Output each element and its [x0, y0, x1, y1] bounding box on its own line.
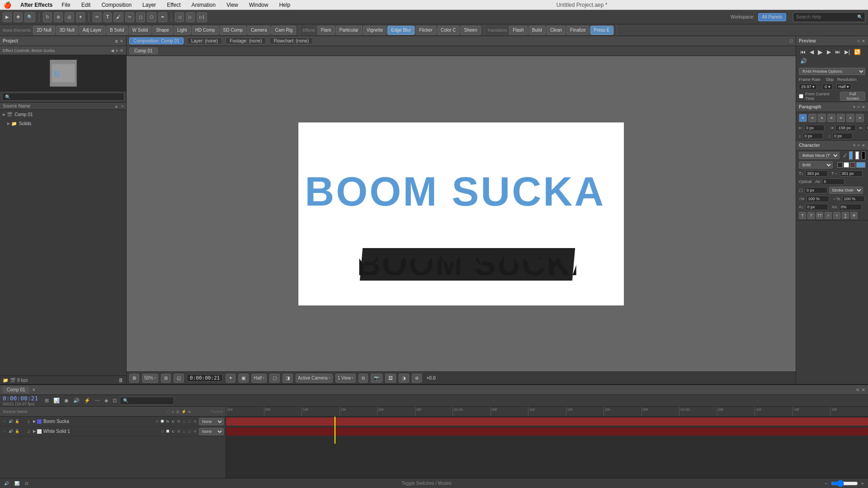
- viewer-reset-btn[interactable]: ⊠: [129, 374, 139, 383]
- char-fmt-sup-btn[interactable]: T: [825, 212, 832, 219]
- para-indent-left-input[interactable]: [804, 125, 825, 131]
- preview-fps-value[interactable]: 29.97 ▾: [799, 84, 817, 90]
- preview-loop-btn[interactable]: 🔁: [853, 48, 862, 56]
- layer1-audio-icon[interactable]: 🔊: [8, 419, 14, 424]
- char-size-v-input[interactable]: [805, 170, 828, 177]
- toolbar-prev-frame[interactable]: ◁: [175, 12, 184, 22]
- viewer-alpha-btn[interactable]: ◨: [283, 374, 293, 383]
- tl-bottom-zoom-in[interactable]: +: [860, 480, 865, 487]
- project-item-comp01[interactable]: ▶ 🎬 Comp 01: [0, 110, 126, 119]
- toolbar-puppet[interactable]: ✒: [158, 12, 167, 22]
- menu-composition[interactable]: Composition: [99, 1, 133, 9]
- menu-file[interactable]: File: [60, 1, 72, 9]
- effect-sd-comp[interactable]: SD Comp: [220, 26, 246, 35]
- effect-particular[interactable]: Particular: [336, 26, 362, 35]
- paragraph-panel-menu-icon[interactable]: ≡: [857, 104, 860, 109]
- color-depth-label[interactable]: 8 bpc: [17, 378, 28, 383]
- layer1-sw1[interactable]: ◎: [155, 419, 159, 423]
- char-scale-v-input[interactable]: [807, 196, 829, 202]
- layer1-sw4[interactable]: ✿: [176, 419, 181, 423]
- preview-last-frame-btn[interactable]: ⏭: [834, 48, 842, 56]
- effect-flicker[interactable]: Flicker: [415, 26, 436, 35]
- layer-row-1[interactable]: ○ 🔊 🔓 1 ▶ Boom Sucka ◎ 🔲 fx ◐ ✿ △ ◻ ⊕: [0, 417, 226, 427]
- camera-dropdown[interactable]: Active Camera ▾: [296, 374, 333, 383]
- project-search-input[interactable]: [2, 93, 124, 101]
- tl-solo-btn[interactable]: ◉: [63, 397, 70, 404]
- preview-from-current-checkbox[interactable]: [799, 94, 803, 99]
- toolbar-camera[interactable]: ⊕: [54, 12, 63, 22]
- layer1-color[interactable]: [37, 419, 42, 424]
- para-justify-right-btn[interactable]: ≡: [846, 114, 854, 122]
- effect-b-solid[interactable]: B Solid: [106, 26, 128, 35]
- layer1-lock-icon[interactable]: 🔓: [14, 419, 20, 424]
- effect-color-c[interactable]: Color C: [437, 26, 460, 35]
- preview-skip-value[interactable]: 0 ▾: [822, 84, 833, 90]
- preview-panel-menu-icon[interactable]: ≡: [857, 38, 860, 43]
- layer1-sw6[interactable]: ◻: [187, 419, 192, 423]
- effect-vignette[interactable]: Vignette: [363, 26, 387, 35]
- effect-w-solid[interactable]: W Solid: [129, 26, 151, 35]
- tl-bottom-graph-btn[interactable]: 📊: [13, 481, 21, 486]
- viewer-color-mgmt-btn[interactable]: ⊛: [412, 374, 422, 383]
- effect-light[interactable]: Light: [174, 26, 191, 35]
- viewer-snap-btn[interactable]: ✦: [226, 374, 236, 383]
- effect-sheen[interactable]: Sheen: [461, 26, 481, 35]
- paragraph-panel-expand-icon[interactable]: ▾: [853, 104, 855, 109]
- viewer-exposure-btn[interactable]: ◑: [399, 374, 409, 383]
- toolbar-clone[interactable]: ✂: [125, 12, 134, 22]
- effect-shape[interactable]: Shape: [152, 26, 173, 35]
- menu-animation[interactable]: Animation: [190, 1, 217, 9]
- para-justify-btn[interactable]: ≡: [827, 114, 835, 122]
- para-indent-right2-input[interactable]: [865, 125, 868, 131]
- track-bar-1[interactable]: [226, 418, 868, 426]
- effect-ctrl-icon1[interactable]: ◀: [111, 48, 114, 53]
- effect-ctrl-icon3[interactable]: ✕: [120, 48, 123, 53]
- toolbar-brush[interactable]: 🖌: [113, 12, 123, 22]
- char-panel-expand-icon[interactable]: ▾: [853, 143, 855, 148]
- preview-res-value[interactable]: Half ▾: [836, 84, 852, 90]
- layer2-sw3[interactable]: ◐: [171, 429, 175, 433]
- project-panel-options-icon[interactable]: ≡: [115, 38, 118, 44]
- tl-draft-btn[interactable]: ◈: [103, 397, 109, 404]
- timeline-panel-expand[interactable]: ✕: [32, 388, 36, 392]
- effect-edge-blur[interactable]: Edge Blur: [387, 26, 415, 35]
- viewer-safe-btn[interactable]: ◱: [174, 374, 184, 383]
- char-swatch-black[interactable]: [837, 162, 843, 168]
- layer2-sw2[interactable]: 🔲: [165, 429, 170, 433]
- effect-2d-null[interactable]: 2D Null: [33, 26, 55, 35]
- layer1-solo-icon[interactable]: ○: [2, 419, 7, 424]
- resolution-dropdown[interactable]: Half ▾: [251, 374, 267, 383]
- para-indent-right-input[interactable]: [835, 125, 856, 131]
- effect-clean[interactable]: Clean: [547, 26, 566, 35]
- preview-panel-close-icon[interactable]: ✕: [862, 39, 865, 43]
- char-fmt-caps-btn[interactable]: TT: [816, 212, 823, 219]
- track-bar-2[interactable]: [226, 427, 868, 436]
- char-style-select[interactable]: Bold: [799, 161, 833, 169]
- para-align-right-btn[interactable]: ≡: [818, 114, 826, 122]
- para-space-before-input[interactable]: [803, 133, 823, 139]
- tl-motion-btn[interactable]: 〰: [94, 398, 101, 404]
- layer2-sw5[interactable]: △: [182, 429, 186, 433]
- solids-expand-arrow[interactable]: ▶: [7, 122, 10, 126]
- effect-finalize[interactable]: Finalize: [566, 26, 589, 35]
- char-font-select[interactable]: Bebas Neue (TT): [799, 152, 840, 159]
- layer1-parent-select[interactable]: None: [199, 418, 224, 425]
- char-kern-input[interactable]: [822, 178, 844, 185]
- toolbar-pen[interactable]: ✏: [93, 12, 102, 22]
- search-help-input[interactable]: [793, 12, 865, 22]
- preview-options-select[interactable]: RAM Preview Options: [799, 68, 865, 75]
- preview-prev-frame-btn[interactable]: ◀: [808, 48, 815, 56]
- char-baseline-input[interactable]: [806, 204, 828, 210]
- viewer-3d-view-btn[interactable]: ⧉: [359, 374, 368, 383]
- effect-camera[interactable]: Camera: [247, 26, 271, 35]
- char-swatch-blue[interactable]: [856, 162, 865, 168]
- toolbar-hand[interactable]: ✚: [14, 12, 23, 22]
- char-fmt-it-btn[interactable]: T: [807, 212, 815, 219]
- paragraph-panel-close-icon[interactable]: ✕: [862, 105, 865, 109]
- project-panel-close-icon[interactable]: ✕: [120, 39, 123, 43]
- preview-audio-btn[interactable]: 🔊: [799, 57, 808, 65]
- effect-press-e[interactable]: Press E: [590, 26, 613, 35]
- preview-ram-btn[interactable]: ▶|: [843, 48, 851, 56]
- toolbar-rotate[interactable]: ↻: [43, 12, 52, 22]
- layer2-sw6[interactable]: ◻: [187, 429, 192, 433]
